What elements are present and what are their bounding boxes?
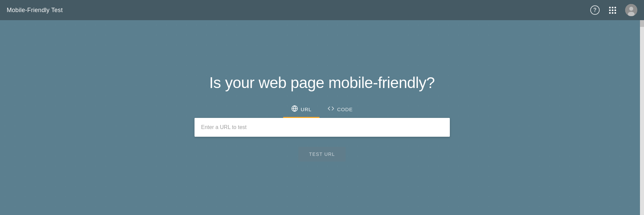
apps-grid-icon[interactable] [606, 4, 618, 16]
test-url-button[interactable]: TEST URL [298, 147, 346, 162]
help-icon[interactable]: ? [590, 5, 600, 15]
scrollbar-thumb[interactable] [640, 20, 644, 27]
tab-url[interactable]: URL [283, 102, 319, 118]
tab-url-label: URL [301, 106, 311, 112]
url-input[interactable] [195, 118, 450, 137]
avatar-image [625, 4, 637, 16]
code-icon [328, 105, 334, 114]
globe-icon [291, 105, 298, 114]
url-input-container [195, 118, 450, 137]
scrollbar[interactable] [640, 20, 644, 215]
topbar-right-actions: ? [590, 4, 637, 16]
user-avatar[interactable] [625, 4, 637, 16]
tab-code[interactable]: CODE [319, 102, 361, 118]
tab-row: URL CODE [195, 102, 450, 118]
tab-container: URL CODE [195, 102, 450, 137]
grid-dots [609, 7, 616, 14]
main-content: Is your web page mobile-friendly? URL [0, 20, 644, 215]
app-title: Mobile-Friendly Test [7, 7, 63, 14]
tab-code-label: CODE [337, 106, 353, 112]
hero-title: Is your web page mobile-friendly? [209, 74, 435, 92]
svg-point-1 [629, 7, 633, 11]
hero-section: Is your web page mobile-friendly? URL [188, 74, 457, 162]
topbar: Mobile-Friendly Test ? [0, 0, 644, 20]
